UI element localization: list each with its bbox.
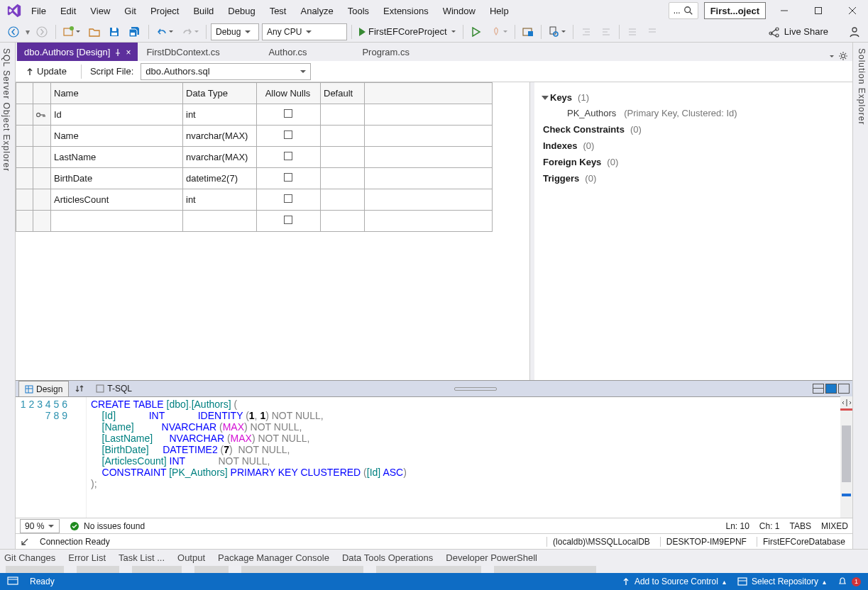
open-button[interactable] xyxy=(86,23,103,40)
col-header-type[interactable]: Data Type xyxy=(183,83,257,104)
designer-toolbar: Update Script File: dbo.Authors.sql xyxy=(16,61,852,82)
undo-button[interactable] xyxy=(153,23,176,40)
indexes-node[interactable]: Indexes(0) xyxy=(542,138,845,154)
layout-v-button[interactable] xyxy=(825,384,837,394)
menu-tools[interactable]: Tools xyxy=(341,3,376,19)
tab-author[interactable]: Author.cs xyxy=(261,43,353,61)
menu-git[interactable]: Git xyxy=(117,3,143,19)
uncomment-button[interactable] xyxy=(644,23,661,40)
menu-file[interactable]: File xyxy=(24,3,53,19)
browse-button[interactable] xyxy=(520,23,537,40)
menu-edit[interactable]: Edit xyxy=(53,3,83,19)
check-constraints-node[interactable]: Check Constraints(0) xyxy=(542,121,845,138)
column-row[interactable]: Idint xyxy=(16,104,493,126)
issues-indicator[interactable]: No issues found xyxy=(70,521,145,531)
panel-tab-task-list-[interactable]: Task List ... xyxy=(119,552,165,563)
platform-dropdown[interactable]: Any CPU xyxy=(262,23,347,40)
swap-button[interactable] xyxy=(69,381,90,396)
sql-server-explorer-tab[interactable]: SQL Server Object Explorer xyxy=(0,43,16,549)
nav-back-button[interactable] xyxy=(4,23,23,40)
menu-help[interactable]: Help xyxy=(483,3,516,19)
column-row[interactable]: LastNamenvarchar(MAX) xyxy=(16,147,493,168)
menu-project[interactable]: Project xyxy=(143,3,186,19)
zoom-dropdown[interactable]: 90 % xyxy=(20,519,60,533)
foreign-keys-node[interactable]: Foreign Keys(0) xyxy=(542,154,845,170)
notifications-button[interactable]: 1 xyxy=(837,577,861,586)
menu-window[interactable]: Window xyxy=(436,3,483,19)
mixed-indicator[interactable]: MIXED xyxy=(821,521,848,531)
menu-analyze[interactable]: Analyze xyxy=(293,3,340,19)
design-tab[interactable]: Design xyxy=(18,381,69,396)
panel-tab-output[interactable]: Output xyxy=(177,552,205,563)
config-dropdown[interactable]: Debug xyxy=(211,23,259,40)
start-no-debug-button[interactable] xyxy=(468,23,485,40)
split-editor-button[interactable] xyxy=(840,396,852,408)
menu-view[interactable]: View xyxy=(83,3,117,19)
search-icon xyxy=(683,6,693,16)
minimize-button[interactable] xyxy=(769,1,800,21)
layout-h-button[interactable] xyxy=(813,384,824,394)
col-header-default[interactable]: Default xyxy=(321,83,365,104)
new-item-button[interactable] xyxy=(60,23,83,40)
column-row[interactable]: BirthDatedatetime2(7) xyxy=(16,168,493,189)
svg-point-6 xyxy=(9,27,18,37)
output-icon[interactable] xyxy=(7,577,18,586)
col-header-name[interactable]: Name xyxy=(51,83,183,104)
tab-program[interactable]: Program.cs xyxy=(355,43,447,61)
scrollbar[interactable]: ▴ xyxy=(840,397,852,518)
menu-build[interactable]: Build xyxy=(186,3,221,19)
col-header-nulls[interactable]: Allow Nulls xyxy=(257,83,321,104)
select-repository-button[interactable]: Select Repository ▴ xyxy=(737,577,826,586)
menu-test[interactable]: Test xyxy=(263,3,294,19)
close-button[interactable] xyxy=(837,1,868,21)
pin-icon[interactable] xyxy=(114,49,121,56)
start-debug-button[interactable]: FirstEFCoreProject xyxy=(356,23,458,40)
find-in-files-button[interactable] xyxy=(546,23,568,40)
solution-explorer-tab[interactable]: Solution Explorer xyxy=(852,43,868,549)
panel-tab-data-tools-operations[interactable]: Data Tools Operations xyxy=(342,552,433,563)
save-button[interactable] xyxy=(106,23,123,40)
hot-reload-button[interactable] xyxy=(488,23,510,40)
panel-tab-error-list[interactable]: Error List xyxy=(68,552,106,563)
col-indicator[interactable]: Ch: 1 xyxy=(759,521,780,531)
tab-dbo-authors-design[interactable]: dbo.Authors [Design] × xyxy=(17,43,138,61)
menu-debug[interactable]: Debug xyxy=(221,3,262,19)
tabs-indicator[interactable]: TABS xyxy=(790,521,811,531)
tab-firstdbcontext[interactable]: FirstDbContext.cs xyxy=(139,43,260,61)
account-button[interactable] xyxy=(845,23,864,40)
swap-icon xyxy=(75,384,84,393)
live-share-button[interactable]: Live Share xyxy=(762,23,835,40)
panel-tab-git-changes[interactable]: Git Changes xyxy=(4,552,55,563)
triggers-node[interactable]: Triggers(0) xyxy=(542,170,845,187)
columns-grid[interactable]: Name Data Type Allow Nulls Default Idint… xyxy=(16,82,530,380)
horizontal-splitter-handle[interactable] xyxy=(454,387,497,391)
key-item[interactable]: PK_Authors (Primary Key, Clustered: Id) xyxy=(542,106,845,121)
close-icon[interactable]: × xyxy=(126,48,131,57)
outdent-button[interactable] xyxy=(598,23,615,40)
keys-node[interactable]: Keys(1) xyxy=(542,89,845,106)
tsql-tab[interactable]: T-SQL xyxy=(90,381,138,396)
panel-tab-package-manager-console[interactable]: Package Manager Console xyxy=(218,552,329,563)
tabs-overflow-button[interactable] xyxy=(830,55,834,57)
layout-single-button[interactable] xyxy=(838,384,850,394)
project-name-box[interactable]: First...oject xyxy=(704,2,766,19)
maximize-button[interactable] xyxy=(803,1,834,21)
update-button[interactable]: Update xyxy=(20,63,72,80)
script-file-dropdown[interactable]: dbo.Authors.sql xyxy=(141,63,311,80)
new-column-row[interactable] xyxy=(16,211,493,232)
panel-tab-developer-powershell[interactable]: Developer PowerShell xyxy=(446,552,537,563)
nav-fwd-button[interactable] xyxy=(33,23,51,40)
gear-icon[interactable] xyxy=(838,51,848,61)
repo-icon xyxy=(737,577,747,586)
search-box[interactable]: ... xyxy=(669,2,698,19)
line-indicator[interactable]: Ln: 10 xyxy=(725,521,749,531)
add-source-control-button[interactable]: Add to Source Control ▴ xyxy=(622,577,726,586)
sql-editor[interactable]: 1 2 3 4 5 6 7 8 9 CREATE TABLE [dbo].[Au… xyxy=(16,397,852,518)
redo-button[interactable] xyxy=(179,23,202,40)
menu-extensions[interactable]: Extensions xyxy=(376,3,436,19)
save-all-button[interactable] xyxy=(126,23,144,40)
indent-button[interactable] xyxy=(578,23,595,40)
comment-button[interactable] xyxy=(624,23,641,40)
column-row[interactable]: ArticlesCountint xyxy=(16,189,493,211)
column-row[interactable]: Namenvarchar(MAX) xyxy=(16,126,493,147)
